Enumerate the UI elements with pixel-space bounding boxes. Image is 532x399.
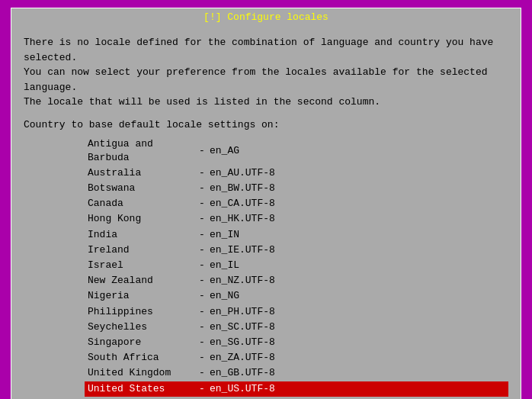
dialog-title-bar: [!] Configure locales [11,8,521,26]
desc-line1: There is no locale defined for the combi… [24,35,508,65]
locale-country: Ireland [88,243,194,257]
locale-code: en_CA.UTF-8 [210,197,275,211]
locale-dash: - [194,305,210,319]
locale-country: Hong Kong [88,212,194,226]
locale-item[interactable]: United Kingdom-en_GB.UTF-8 [85,365,508,381]
locale-dash: - [194,259,210,272]
locale-item[interactable]: New Zealand-en_NZ.UTF-8 [85,273,508,288]
locale-code: en_AU.UTF-8 [210,166,275,180]
locale-code: en_HK.UTF-8 [210,212,275,226]
locale-country: Australia [88,166,194,180]
dialog-content: There is no locale defined for the combi… [11,26,521,399]
locale-code: en_PH.UTF-8 [210,305,275,319]
locale-country: Seychelles [88,320,194,334]
locale-country: Philippines [88,305,194,319]
dialog-title: [!] Configure locales [204,11,328,23]
description-text: There is no locale defined for the combi… [24,35,508,110]
locale-item[interactable]: Canada-en_CA.UTF-8 [85,196,508,211]
locale-dash: - [194,182,210,195]
dialog-box: [!] Configure locales There is no locale… [11,8,521,399]
locale-item[interactable]: Hong Kong-en_HK.UTF-8 [85,211,508,227]
locale-item[interactable]: South Africa-en_ZA.UTF-8 [85,350,508,365]
locale-item[interactable]: Nigeria-en_NG [85,288,508,304]
locale-dash: - [194,144,210,158]
locale-country: Antigua and Barbuda [88,137,194,165]
desc-line3: The locale that will be used is listed i… [24,95,508,110]
locale-code: en_IE.UTF-8 [210,243,275,257]
locale-item[interactable]: Singapore-en_SG.UTF-8 [85,335,508,350]
locale-item[interactable]: Ireland-en_IE.UTF-8 [85,243,508,258]
locale-code: en_AG [210,144,239,158]
locale-dash: - [194,197,210,211]
locale-dash: - [194,351,210,365]
locale-code: en_NG [210,289,239,303]
locale-country: United Kingdom [88,366,194,380]
locale-dash: - [194,336,210,349]
locale-code: en_NZ.UTF-8 [210,274,275,288]
locale-dash: - [194,366,210,380]
locale-item[interactable]: Seychelles-en_SC.UTF-8 [85,320,508,335]
main-area: [!] Configure locales There is no locale… [0,0,532,399]
locale-country: Singapore [88,336,194,349]
locale-item[interactable]: Antigua and Barbuda-en_AG [85,137,508,166]
locale-code: en_GB.UTF-8 [210,366,275,380]
desc-line2: You can now select your preference from … [24,65,508,95]
locale-dash: - [194,243,210,257]
locale-code: en_SG.UTF-8 [210,336,275,349]
locale-code: en_US.UTF-8 [210,382,275,396]
locale-code: en_ZA.UTF-8 [210,351,275,365]
locale-dash: - [194,274,210,288]
locale-country: Canada [88,197,194,211]
locale-item[interactable]: Philippines-en_PH.UTF-8 [85,304,508,320]
locale-dash: - [194,228,210,242]
locale-country: South Africa [88,351,194,365]
locale-country: United States [88,382,194,396]
locale-item[interactable]: Botswana-en_BW.UTF-8 [85,181,508,196]
locale-item[interactable]: Israel-en_IL [85,258,508,273]
locale-country: New Zealand [88,274,194,288]
locale-code: en_IN [210,228,239,242]
locale-item[interactable]: Australia-en_AU.UTF-8 [85,166,508,181]
locale-dash: - [194,289,210,303]
locale-item[interactable]: India-en_IN [85,227,508,243]
locale-dash: - [194,382,210,396]
locale-code: en_SC.UTF-8 [210,320,275,334]
locale-dash: - [194,320,210,334]
locale-code: en_BW.UTF-8 [210,182,275,195]
locale-dash: - [194,212,210,226]
locale-item[interactable]: United States-en_US.UTF-8 [85,381,508,397]
locale-country: Israel [88,259,194,272]
locale-country: Nigeria [88,289,194,303]
locale-dash: - [194,166,210,180]
locale-code: en_IL [210,259,239,272]
locale-country: India [88,228,194,242]
locale-country: Botswana [88,182,194,195]
locale-list: Antigua and Barbuda-en_AGAustralia-en_AU… [85,137,508,400]
country-label: Country to base default locale settings … [24,119,508,130]
